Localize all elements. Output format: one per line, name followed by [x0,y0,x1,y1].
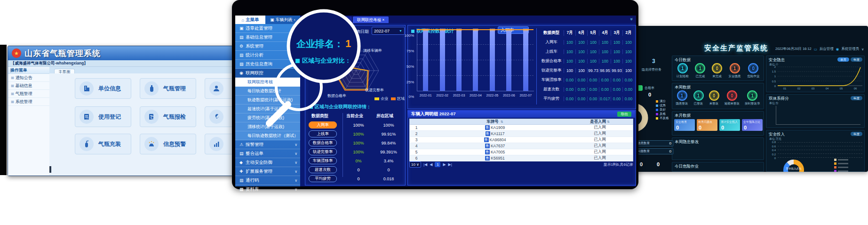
header-plate[interactable]: 车牌号⇅ [423,119,567,125]
data-type-button[interactable]: 超速次数 [309,166,337,173]
next-page-button[interactable]: ▶ [443,162,446,167]
tab-main-menu[interactable]: ⌂ 主菜单 [235,16,265,24]
stat-tile[interactable]: 检查问题点 0 [697,119,717,131]
sidebar-collapse-icon[interactable]: ‹ [294,17,295,22]
card-partial-wrench[interactable] [205,106,236,127]
sidebar-menu-item[interactable]: ◆ 主动安全防御 ∨ [235,158,300,167]
sort-icon[interactable]: ⇅ [607,120,610,123]
month-table-row: 超速次数 0.000.000.000.000.000.00 [539,85,634,94]
menu-item-label: 违章处置管理 [246,25,295,32]
header-status[interactable]: 是否入网⇅ [567,119,633,125]
table-row[interactable]: 4 鲁KA7637 已入网 [409,143,633,149]
sidebar-submenu-item[interactable]: 每日轨迹数据统计 [235,87,300,96]
legend-chip [834,159,836,161]
month-table-row: 上线车 100100100100100100 [539,47,634,56]
stat-tile[interactable]: 全年预算占比 0 [742,119,763,131]
table-row[interactable]: 5 鲁KA7005 已入网 [409,149,633,155]
menu-item-label: 历史信息查询 [246,61,295,67]
data-type-button[interactable]: 平均疲劳 [309,175,337,182]
prev-page-button[interactable]: ◀ [430,162,432,167]
stat-circle-value: 1 [677,90,687,101]
sidebar-menu-item[interactable]: ⚙ 系统管理 [235,42,300,51]
table-row[interactable]: 2 鲁KA1117 已入网 [409,131,633,137]
collapse-panel-icon[interactable]: » [629,18,635,21]
sidebar-menu-item[interactable]: ⚠ 报警管理 ∨ [235,140,300,149]
expand-plus-icon[interactable]: ⊞ [11,84,14,88]
data-type-button[interactable]: 上线率 [309,130,337,137]
sidebar-submenu-item[interactable]: 超速统计(基于运政) [235,104,300,113]
sidebar-submenu-item[interactable]: 漂移统计(基于运政) [235,122,300,131]
left-app-menu-item[interactable]: ⊞基础信息 [8,82,49,90]
value-cell: 100 [575,59,587,64]
expand-plus-icon[interactable]: ⊞ [11,100,14,104]
plate-cell: 鲁K56951 [423,156,567,161]
left-app-menu-item[interactable]: ⊞系统管理 [8,98,49,106]
card-cylinder-mgmt[interactable]: 气瓶管理 [140,78,196,99]
card-unit-info[interactable]: 单位信息 [75,78,131,99]
datetime-text: 2022年06月20日 16:12 [775,47,812,51]
current-page-box[interactable]: 1 [435,162,440,167]
data-type-button[interactable]: 车辆漂移率 [309,157,337,164]
first-page-button[interactable]: |◀ [423,162,427,167]
menu-icon: ⚙ [239,44,246,48]
card-partial-person[interactable] [205,78,236,99]
period-pill-button[interactable]: 本月 [837,57,849,62]
row-label: 数据合格率 [539,58,564,64]
donut-center-label: 安全投入占比 [784,167,803,170]
period-pill-button[interactable]: 年度 [851,96,862,100]
card-cylinder-inspect[interactable]: 气瓶报检 [140,106,196,127]
table-row[interactable]: 1 鲁KA1909 已入网 [409,125,633,131]
value-cell: 100 [587,59,599,64]
sidebar-menu-item[interactable]: ▧ 历史信息查询 ∨ [235,60,300,69]
data-type-button[interactable]: 入网率 [309,121,337,129]
left-app-menu-item[interactable]: ⊞通知公告 [8,74,49,82]
stat-tile[interactable]: 安全检查 0 [674,119,695,131]
content-tab[interactable]: 车辆列表 [302,16,326,23]
sidebar-menu-item[interactable]: ▥ 统计分析 ∨ [235,51,300,60]
sidebar-submenu-item[interactable]: 每日轨迹数据统计（测试） [235,131,300,140]
sidebar-submenu-item[interactable]: 疲劳统计(基于运政) [235,113,300,122]
sidebar-menu-item[interactable]: ▦ 资料库 ∨ [235,185,300,194]
row-index: 2 [410,131,423,136]
sort-icon[interactable]: ⇅ [501,120,503,124]
detail-row: 超速次数 0 0 [309,165,403,174]
content-tab[interactable]: 数据查询 [327,16,352,23]
sidebar-submenu-item[interactable]: 联网联控考核 [235,78,300,87]
ytick: 0.5 [772,80,776,83]
stat-row-hazard: 隐患数量 0 [635,140,674,146]
sidebar-menu-item[interactable]: ▤ 基础信息管理 ∨ [235,33,300,42]
menu-icon: ◆ [239,160,246,165]
ytick-75: 75% [402,49,414,53]
data-type-button[interactable]: 数据合格率 [309,139,337,146]
region-value: 100% [376,123,401,128]
username-text[interactable]: 系统管理员 [841,47,859,51]
left-app-menu-item[interactable]: ⊞气瓶管理 [8,90,49,98]
sidebar-menu-item-networking[interactable]: ◉ 联网联控 [235,69,300,78]
admin-link[interactable]: 后台管理 [820,47,834,51]
content-tab[interactable]: 联网联控考核 × [353,16,389,23]
row-index: 1 [410,125,423,130]
sidebar-menu-item[interactable]: ▣ 违章处置管理 ∨ [235,24,300,33]
query-date-dropdown[interactable]: 2022-07 ▼ [372,27,405,35]
truck-icon: ▣ [270,17,274,22]
data-type-button[interactable]: 轨迹完整率 [309,148,337,155]
card-info-alert[interactable]: 信息预警 [140,134,196,154]
sidebar-menu-item[interactable]: ✚ 扩展服务管理 ∨ [235,167,300,176]
stat-circle: 0 未整改 [709,90,719,106]
expand-plus-icon[interactable]: ⊞ [11,76,14,80]
export-button[interactable]: 导出 [617,112,631,117]
card-partial-chart[interactable] [205,134,236,154]
tab-vehicle-list[interactable]: ▣ 车辆列表 ‹ [265,16,300,24]
period-pill-button[interactable]: 年度 [851,57,862,62]
sidebar-menu-item[interactable]: ▤ 整合运单 ∨ [235,149,300,158]
expand-plus-icon[interactable]: ⊞ [11,92,14,96]
menu-item-label: 整合运单 [246,151,295,157]
chevron-down-icon[interactable]: ∨ [861,47,864,51]
page-size-select[interactable]: 10 ∨ [409,161,421,168]
sidebar-menu-item[interactable]: ▥ 通行码 ∨ [235,176,300,185]
stat-tile[interactable]: 累计安全投入 0 [719,119,740,131]
table-row[interactable]: 3 鲁KA96804 已入网 [409,137,633,143]
last-page-button[interactable]: ▶| [448,162,452,167]
period-pill-button[interactable]: 年度 [851,132,862,136]
sidebar-submenu-item[interactable]: 轨迹数据统计(基于运政) [235,96,300,104]
